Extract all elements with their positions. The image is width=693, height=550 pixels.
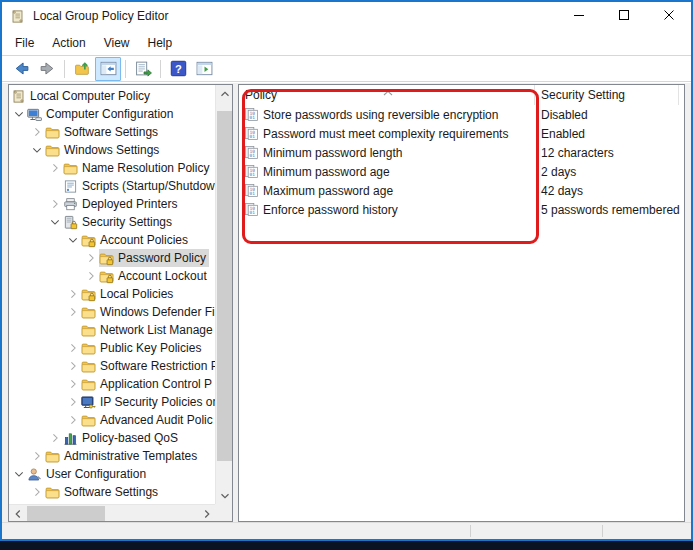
tree-item-software-restriction-p[interactable]: Software Restriction P [9,357,215,375]
menu-view[interactable]: View [95,32,139,54]
tree-item-label-area[interactable]: Policy-based QoS [63,429,181,447]
chevron-right-icon[interactable] [83,268,99,284]
chevron-right-icon[interactable] [83,250,99,266]
column-header-security-setting[interactable]: Security Setting [535,85,679,105]
close-button[interactable] [646,2,691,30]
chevron-right-icon[interactable] [65,358,81,374]
show-console-tree-button[interactable] [95,57,121,81]
chevron-right-icon[interactable] [65,304,81,320]
chevron-down-icon[interactable] [65,232,81,248]
policy-row-minimum-password-length[interactable]: 1001Minimum password length12 characters [239,143,684,162]
tree-item-windows-settings[interactable]: Windows Settings [9,141,215,159]
tree-item-software-settings[interactable]: Software Settings [9,483,215,501]
tree-item-administrative-templates[interactable]: Administrative Templates [9,447,215,465]
tree-item-public-key-policies[interactable]: Public Key Policies [9,339,215,357]
chevron-down-icon[interactable] [11,466,27,482]
back-button[interactable] [8,57,34,81]
tree-item-label-area[interactable]: Local Policies [81,285,176,303]
title-bar[interactable]: Local Group Policy Editor [2,2,691,30]
tree-item-label-area[interactable]: Computer Configuration [27,105,176,123]
chevron-right-icon[interactable] [65,394,81,410]
scroll-right-button[interactable] [198,505,215,522]
tree-item-local-computer-policy[interactable]: Local Computer Policy [9,87,215,105]
tree-item-label-area[interactable]: Application Control P [81,375,215,393]
tree-item-label-area[interactable]: Software Settings [45,483,161,501]
chevron-right-icon[interactable] [29,448,45,464]
forward-button[interactable] [34,57,60,81]
chevron-right-icon[interactable] [65,340,81,356]
tree-horizontal-scrollbar[interactable] [9,504,215,521]
tree-item-label-area[interactable]: Software Restriction P [81,357,215,375]
chevron-right-icon[interactable] [29,124,45,140]
tree-item-label-area[interactable]: Security Settings [63,213,175,231]
chevron-right-icon[interactable] [47,196,63,212]
chevron-down-icon[interactable] [29,142,45,158]
minimize-button[interactable] [556,2,601,30]
chevron-right-icon[interactable] [47,430,63,446]
tree-item-software-settings[interactable]: Software Settings [9,123,215,141]
tree-item-label-area[interactable]: Account Lockout [99,267,210,285]
chevron-right-icon[interactable] [65,376,81,392]
scroll-down-button[interactable] [216,487,233,504]
vertical-scroll-thumb[interactable] [217,111,232,461]
tree-item-local-policies[interactable]: Local Policies [9,285,215,303]
up-one-level-button[interactable] [69,57,95,81]
tree-item-account-policies[interactable]: Account Policies [9,231,215,249]
tree-item-computer-configuration[interactable]: Computer Configuration [9,105,215,123]
scroll-up-button[interactable] [216,85,233,102]
tree-item-label: Windows Defender Fi [100,305,215,319]
scroll-left-button[interactable] [9,505,26,522]
tree-item-account-lockout[interactable]: Account Lockout [9,267,215,285]
tree-item-label-area[interactable]: Account Policies [81,231,191,249]
menu-file[interactable]: File [6,32,43,54]
tree-item-scripts-startup-shutdow[interactable]: Scripts (Startup/Shutdow [9,177,215,195]
tree-item-label-area[interactable]: Software Settings [45,123,161,141]
folder-icon [81,341,96,356]
tree-item-label-area[interactable]: Windows Settings [45,141,162,159]
chevron-right-icon[interactable] [65,286,81,302]
policy-row-enforce-password-history[interactable]: 1001Enforce password history5 passwords … [239,200,684,219]
tree-item-label-area[interactable]: Scripts (Startup/Shutdow [63,177,215,195]
tree-item-label-area[interactable]: Local Computer Policy [11,87,153,105]
tree-item-label-area[interactable]: User Configuration [27,465,149,483]
tree-item-deployed-printers[interactable]: Deployed Printers [9,195,215,213]
tree-item-application-control-p[interactable]: Application Control P [9,375,215,393]
menu-help[interactable]: Help [139,32,182,54]
show-action-pane-button[interactable] [191,57,217,81]
menu-action[interactable]: Action [43,32,94,54]
chevron-down-icon[interactable] [47,214,63,230]
horizontal-scroll-thumb[interactable] [27,506,105,521]
policy-row-store-passwords-using-reversible-encryption[interactable]: 1001Store passwords using reversible enc… [239,105,684,124]
tree-item-security-settings[interactable]: Security Settings [9,213,215,231]
chevron-down-icon[interactable] [11,106,27,122]
tree-item-network-list-manage[interactable]: Network List Manage [9,321,215,339]
policy-row-password-must-meet-complexity-requirements[interactable]: 1001Password must meet complexity requir… [239,124,684,143]
tree-item-name-resolution-policy[interactable]: Name Resolution Policy [9,159,215,177]
svg-text:?: ? [175,63,182,75]
tree-item-advanced-audit-polic[interactable]: Advanced Audit Polic [9,411,215,429]
svg-text:01: 01 [249,153,255,158]
maximize-button[interactable] [601,2,646,30]
tree-item-label-area[interactable]: Name Resolution Policy [63,159,212,177]
policy-row-maximum-password-age[interactable]: 1001Maximum password age42 days [239,181,684,200]
chevron-right-icon[interactable] [47,160,63,176]
policy-row-minimum-password-age[interactable]: 1001Minimum password age2 days [239,162,684,181]
tree-item-label-area[interactable]: Administrative Templates [45,447,200,465]
tree-item-user-configuration[interactable]: User Configuration [9,465,215,483]
help-button[interactable]: ? [165,57,191,81]
chevron-right-icon[interactable] [29,484,45,500]
tree-item-password-policy[interactable]: Password Policy [9,249,215,267]
tree-vertical-scrollbar[interactable] [215,85,232,504]
tree-item-label-area[interactable]: Network List Manage [81,321,215,339]
tree-item-label-area[interactable]: Deployed Printers [63,195,180,213]
tree-item-policy-based-qos[interactable]: Policy-based QoS [9,429,215,447]
tree-item-label-area[interactable]: Advanced Audit Polic [81,411,215,429]
tree-item-ip-security-policies-on[interactable]: IP Security Policies on [9,393,215,411]
tree-item-label-area[interactable]: Password Policy [99,249,209,267]
tree-item-label-area[interactable]: IP Security Policies on [81,393,215,411]
export-list-button[interactable] [130,57,156,81]
tree-item-label-area[interactable]: Public Key Policies [81,339,204,357]
tree-item-label-area[interactable]: Windows Defender Fi [81,303,215,321]
tree-item-windows-defender-fi[interactable]: Windows Defender Fi [9,303,215,321]
chevron-right-icon[interactable] [65,412,81,428]
